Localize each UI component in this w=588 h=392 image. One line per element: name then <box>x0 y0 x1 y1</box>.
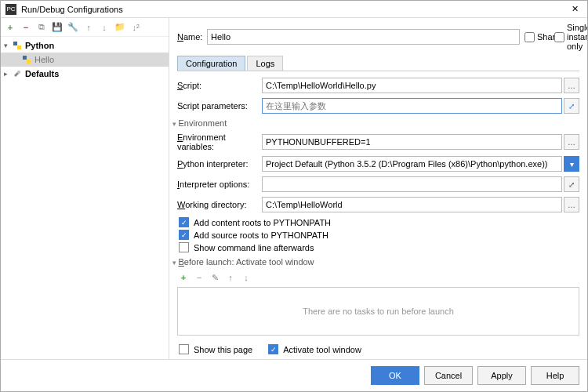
tree-label: Hello <box>34 55 54 64</box>
move-up-icon[interactable]: ↑ <box>224 271 237 284</box>
checkbox-unchecked-icon[interactable] <box>179 344 189 354</box>
workdir-input[interactable] <box>262 197 562 212</box>
show-this-page-checkbox[interactable]: Show this page <box>179 344 252 354</box>
share-checkbox-input[interactable] <box>524 32 535 42</box>
interpreter-select[interactable] <box>262 156 562 172</box>
envvars-label: Environment variables: <box>177 132 262 151</box>
checkbox-checked-icon[interactable]: ✓ <box>179 230 189 240</box>
titlebar: PC Run/Debug Configurations ✕ <box>1 1 587 18</box>
single-instance-checkbox-input[interactable] <box>554 32 564 42</box>
script-input[interactable] <box>262 78 562 93</box>
name-row: Name: Share Single instance only <box>177 23 579 51</box>
remove-task-icon[interactable]: − <box>193 271 205 284</box>
move-down-icon[interactable]: ↓ <box>98 21 111 34</box>
tab-bar: Configuration Logs <box>177 56 579 71</box>
add-content-roots-checkbox[interactable]: ✓ Add content roots to PYTHONPATH <box>179 217 579 227</box>
folder-icon[interactable]: 📁 <box>114 21 126 34</box>
tree-label: Defaults <box>25 69 59 78</box>
copy-config-icon[interactable]: ⧉ <box>35 21 48 34</box>
script-params-label: Script parameters: <box>177 101 262 111</box>
dialog-footer: OK Cancel Apply Help <box>1 359 587 391</box>
interp-opts-input[interactable] <box>262 176 562 192</box>
app-icon: PC <box>5 4 16 15</box>
script-label: Script: <box>177 81 262 90</box>
right-panel: Name: Share Single instance only Configu… <box>169 18 587 359</box>
checkbox-checked-icon[interactable]: ✓ <box>179 217 189 227</box>
wrench-icon <box>12 68 23 79</box>
svg-rect-3 <box>27 60 31 64</box>
name-input[interactable] <box>207 29 520 45</box>
interpreter-label: Python interpreter: <box>177 159 262 169</box>
window-title: Run/Debug Configurations <box>21 5 567 14</box>
show-cmdline-checkbox[interactable]: Show command line afterwards <box>179 242 579 252</box>
save-config-icon[interactable]: 💾 <box>51 21 64 34</box>
script-params-input[interactable] <box>262 98 562 114</box>
browse-icon[interactable]: … <box>564 78 579 93</box>
add-source-roots-checkbox[interactable]: ✓ Add source roots to PYTHONPATH <box>179 230 579 240</box>
browse-icon[interactable]: … <box>564 197 579 212</box>
browse-icon[interactable]: … <box>564 134 579 150</box>
config-tree: ▾ Python Hello ▸ <box>1 37 169 359</box>
before-launch-section[interactable]: Before launch: Activate tool window <box>172 257 579 267</box>
apply-button[interactable]: Apply <box>477 366 526 385</box>
tree-node-defaults[interactable]: ▸ Defaults <box>1 67 169 81</box>
sort-icon[interactable]: ↓² <box>129 21 142 34</box>
add-task-icon[interactable]: + <box>177 271 190 284</box>
move-down-icon[interactable]: ↓ <box>240 271 252 284</box>
chevron-right-icon[interactable]: ▸ <box>4 70 12 78</box>
config-toolbar: + − ⧉ 💾 🔧 ↑ ↓ 📁 ↓² <box>1 18 169 37</box>
before-launch-toolbar: + − ✎ ↑ ↓ <box>177 271 579 284</box>
tree-node-python[interactable]: ▾ Python <box>1 38 169 53</box>
interp-opts-label: Interpreter options: <box>177 180 262 189</box>
move-up-icon[interactable]: ↑ <box>82 21 95 34</box>
tab-configuration[interactable]: Configuration <box>177 56 245 71</box>
svg-rect-1 <box>17 45 21 49</box>
close-icon[interactable]: ✕ <box>567 4 583 14</box>
workdir-label: Working directory: <box>177 200 262 209</box>
svg-rect-2 <box>23 56 27 60</box>
activate-tool-window-checkbox[interactable]: ✓ Activate tool window <box>268 344 361 354</box>
cancel-button[interactable]: Cancel <box>424 366 473 385</box>
python-icon <box>21 54 32 65</box>
chevron-down-icon[interactable]: ▾ <box>4 42 12 49</box>
dropdown-icon[interactable]: ▾ <box>564 156 579 172</box>
single-instance-checkbox[interactable]: Single instance only <box>554 23 579 51</box>
checkbox-unchecked-icon[interactable] <box>179 242 189 252</box>
tab-logs[interactable]: Logs <box>247 56 283 71</box>
dialog-window: PC Run/Debug Configurations ✕ + − ⧉ 💾 🔧 … <box>0 0 588 392</box>
share-checkbox[interactable]: Share <box>524 32 550 42</box>
tree-label: Python <box>25 41 54 50</box>
remove-config-icon[interactable]: − <box>20 21 32 34</box>
python-icon <box>12 40 23 51</box>
svg-point-4 <box>17 71 20 74</box>
ok-button[interactable]: OK <box>371 366 419 385</box>
before-launch-list[interactable]: There are no tasks to run before launch <box>177 287 579 336</box>
svg-rect-0 <box>13 42 17 45</box>
add-config-icon[interactable]: + <box>4 21 16 34</box>
checkbox-checked-icon[interactable]: ✓ <box>268 344 278 354</box>
expand-icon[interactable]: ⤢ <box>564 176 579 192</box>
edit-task-icon[interactable]: ✎ <box>209 271 221 284</box>
expand-icon[interactable]: ⤢ <box>564 98 579 114</box>
envvars-input[interactable] <box>262 134 562 150</box>
name-label: Name: <box>177 32 202 42</box>
environment-section[interactable]: Environment <box>172 118 579 128</box>
dialog-body: + − ⧉ 💾 🔧 ↑ ↓ 📁 ↓² ▾ Python <box>1 18 587 359</box>
help-button[interactable]: Help <box>531 366 579 385</box>
config-form: Script: … Script parameters: ⤢ Environme… <box>177 71 579 359</box>
wrench-icon[interactable]: 🔧 <box>67 21 79 34</box>
tree-node-hello[interactable]: Hello <box>1 53 169 67</box>
left-panel: + − ⧉ 💾 🔧 ↑ ↓ 📁 ↓² ▾ Python <box>1 18 169 359</box>
